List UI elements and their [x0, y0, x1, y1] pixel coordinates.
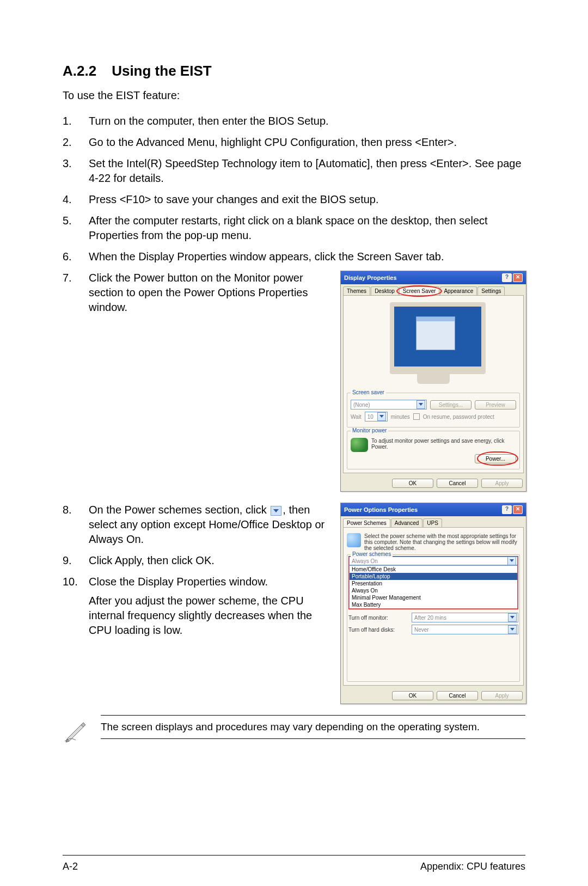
monitor-power-text: To adjust monitor power settings and sav…	[371, 438, 516, 450]
tab-ups[interactable]: UPS	[423, 518, 442, 527]
dialog-title: Power Options Properties	[344, 506, 418, 513]
chevron-down-icon	[507, 557, 516, 565]
tab-appearance[interactable]: Appearance	[440, 286, 477, 295]
power-scheme-description: Select the power scheme with the most ap…	[364, 533, 520, 551]
list-item[interactable]: Presentation	[350, 580, 517, 587]
resume-label: On resume, password protect	[423, 414, 494, 420]
tab-strip: Themes Desktop Screen Saver Appearance S…	[341, 284, 526, 295]
dropdown-arrow-icon	[271, 506, 281, 516]
turn-off-monitor-select[interactable]: After 20 mins	[412, 613, 518, 622]
power-schemes-group: Power schemes Always On Home/Office Desk…	[347, 554, 520, 682]
step-text: Click the Power button on the Monitor po…	[89, 271, 329, 315]
step-text: Go to the Advanced Menu, highlight CPU C…	[89, 135, 525, 150]
energy-star-icon	[351, 438, 368, 452]
dialog-title: Display Properties	[344, 274, 397, 281]
close-icon[interactable]: ✕	[513, 273, 523, 282]
step-text: When the Display Properties window appea…	[89, 249, 525, 264]
page-number: A-2	[63, 861, 78, 872]
step-number: 8.	[63, 503, 89, 547]
step-text: Set the Intel(R) SpeedStep Technology it…	[89, 156, 525, 186]
turn-off-hd-select[interactable]: Never	[412, 625, 518, 634]
monitor-screen-icon	[390, 302, 486, 374]
section-number: A.2.2	[63, 63, 96, 79]
help-icon[interactable]: ?	[502, 505, 512, 514]
chevron-down-icon	[416, 400, 425, 409]
tab-advanced[interactable]: Advanced	[391, 518, 422, 527]
step-number: 7.	[63, 271, 89, 315]
step-text: After the computer restarts, right click…	[89, 213, 525, 243]
power-scheme-listbox[interactable]: Home/Office Desk Portable/Laptop Present…	[349, 565, 518, 609]
monitor-power-group: Monitor power To adjust monitor power se…	[347, 431, 520, 469]
tab-power-schemes[interactable]: Power Schemes	[343, 518, 390, 527]
wait-unit: minutes	[391, 414, 410, 420]
step-text: Click Apply, then click OK.	[89, 553, 329, 568]
group-legend: Power schemes	[351, 551, 393, 557]
ok-button[interactable]: OK	[392, 691, 433, 700]
power-button[interactable]: Power...	[475, 454, 516, 463]
step-number: 5.	[63, 213, 89, 243]
steps-list: 1.Turn on the computer, then enter the B…	[63, 114, 525, 264]
dialog-button-bar: OK Cancel Apply	[341, 688, 526, 704]
power-options-dialog: Power Options Properties ? ✕ Power Schem…	[340, 503, 526, 704]
note-text: The screen displays and procedures may v…	[101, 715, 525, 739]
screensaver-group: Screen saver (None) Settings... Preview …	[347, 393, 520, 427]
list-item[interactable]: Portable/Laptop	[350, 573, 517, 580]
close-icon[interactable]: ✕	[513, 505, 523, 514]
group-legend: Screen saver	[351, 389, 386, 395]
power-scheme-icon	[347, 533, 361, 547]
page-footer: A-2 Appendix: CPU features	[63, 855, 525, 872]
step-text: Turn on the computer, then enter the BIO…	[89, 114, 525, 129]
step-text: Close the Display Properties window. Aft…	[89, 575, 329, 638]
tab-themes[interactable]: Themes	[343, 286, 370, 295]
chevron-down-icon	[508, 613, 517, 622]
step-number: 10.	[63, 575, 89, 638]
chevron-down-icon	[508, 625, 517, 634]
list-item[interactable]: Minimal Power Management	[350, 594, 517, 601]
cancel-button[interactable]: Cancel	[437, 691, 478, 700]
apply-button[interactable]: Apply	[481, 691, 523, 700]
dialog-button-bar: OK Cancel Apply	[341, 475, 526, 491]
preview-button[interactable]: Preview	[475, 400, 516, 410]
resume-checkbox[interactable]	[413, 413, 420, 420]
screensaver-select[interactable]: (None)	[351, 400, 427, 410]
step-number: 9.	[63, 553, 89, 568]
titlebar[interactable]: Power Options Properties ? ✕	[341, 503, 526, 516]
step-number: 3.	[63, 156, 89, 186]
step-number: 1.	[63, 114, 89, 129]
apply-button[interactable]: Apply	[481, 479, 523, 488]
turn-off-monitor-label: Turn off monitor:	[348, 615, 408, 621]
steps-list: 8. On the Power schemes section, click ,…	[63, 503, 329, 638]
note-block: The screen displays and procedures may v…	[63, 715, 525, 746]
wait-stepper[interactable]: 10	[365, 412, 388, 421]
monitor-preview	[347, 299, 520, 389]
display-properties-dialog: Display Properties ? ✕ Themes Desktop Sc…	[340, 271, 526, 492]
power-scheme-select[interactable]: Always On	[349, 557, 518, 565]
footer-title: Appendix: CPU features	[420, 861, 525, 872]
list-item[interactable]: Home/Office Desk	[350, 566, 517, 573]
step-text: On the Power schemes section, click , th…	[89, 503, 329, 547]
spinner-icon	[377, 412, 386, 421]
tab-desktop[interactable]: Desktop	[371, 286, 399, 295]
page: A.2.2Using the EIST To use the EIST feat…	[0, 0, 588, 886]
intro-text: To use the EIST feature:	[63, 89, 525, 102]
section-heading: A.2.2Using the EIST	[63, 63, 525, 80]
list-item[interactable]: Max Battery	[350, 601, 517, 608]
tab-strip: Power Schemes Advanced UPS	[341, 516, 526, 527]
ok-button[interactable]: OK	[392, 479, 433, 488]
step-after-note: After you adjust the power scheme, the C…	[89, 594, 329, 638]
help-icon[interactable]: ?	[502, 273, 512, 282]
tab-settings[interactable]: Settings	[477, 286, 505, 295]
cancel-button[interactable]: Cancel	[437, 479, 478, 488]
tab-screen-saver[interactable]: Screen Saver	[399, 286, 440, 295]
wait-label: Wait	[351, 414, 362, 420]
steps-list: 7.Click the Power button on the Monitor …	[63, 271, 329, 315]
step-text: Press <F10> to save your changes and exi…	[89, 192, 525, 207]
list-item[interactable]: Always On	[350, 587, 517, 594]
settings-button[interactable]: Settings...	[430, 400, 471, 410]
step-number: 6.	[63, 249, 89, 264]
titlebar[interactable]: Display Properties ? ✕	[341, 271, 526, 284]
tab-body: Screen saver (None) Settings... Preview …	[343, 295, 524, 473]
pencil-note-icon	[63, 715, 101, 746]
turn-off-hd-label: Turn off hard disks:	[348, 627, 408, 633]
tab-body: Select the power scheme with the most ap…	[343, 527, 524, 686]
